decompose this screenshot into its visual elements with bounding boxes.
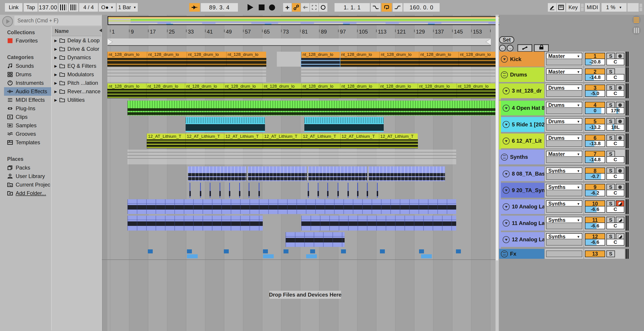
volume-field[interactable]: -14.8: [585, 74, 605, 81]
audio-clip[interactable]: nt_128_drum_lo: [456, 84, 496, 98]
volume-field[interactable]: -14.8: [585, 156, 605, 163]
folder-row[interactable]: ▶Utilities: [52, 96, 101, 104]
track-fold-icon[interactable]: [503, 105, 510, 112]
group-fold-icon[interactable]: [501, 71, 508, 78]
pan-field[interactable]: C: [606, 140, 624, 147]
follow-button[interactable]: [189, 3, 200, 12]
fx-take-clip[interactable]: [263, 254, 274, 258]
group-summary-clip[interactable]: [107, 67, 266, 82]
audio-clip[interactable]: nt_128_drum_lo: [187, 52, 226, 67]
track-lane-4[interactable]: [107, 101, 495, 116]
track-name-cell[interactable]: 6 12_AT_Lit: [501, 134, 544, 148]
expand-arrow-icon[interactable]: ▶: [54, 98, 57, 102]
loop-start-field[interactable]: 1. 1. 1: [334, 3, 370, 12]
pan-field[interactable]: 17R: [606, 107, 624, 114]
input-routing-box[interactable]: [546, 173, 582, 180]
volume-field[interactable]: 0: [585, 107, 605, 114]
input-routing-box[interactable]: [546, 239, 582, 246]
punch-out-button[interactable]: [393, 3, 402, 12]
expand-arrow-icon[interactable]: ▶: [54, 64, 57, 68]
pan-field[interactable]: C: [606, 58, 624, 65]
volume-field[interactable]: -20.8: [585, 58, 605, 65]
midi-clip[interactable]: [188, 166, 246, 181]
group-fold-icon[interactable]: [501, 250, 508, 258]
fx-clip[interactable]: [148, 249, 153, 254]
folder-row[interactable]: ▶Pitch ...lation: [52, 79, 101, 87]
time-signature-field[interactable]: 4 / 4: [79, 3, 98, 12]
volume-field[interactable]: -13.2: [585, 124, 605, 130]
fx-take-clip[interactable]: [306, 254, 317, 258]
track-fold-icon[interactable]: [503, 138, 510, 144]
next-locator-button[interactable]: →: [507, 45, 514, 52]
track-name-cell[interactable]: Drums: [499, 67, 544, 82]
preview-button[interactable]: [2, 16, 13, 27]
sidebar-item-plug-ins[interactable]: Plug-Ins: [4, 104, 52, 113]
folder-row[interactable]: ▶Modulators: [52, 70, 101, 79]
audio-clip[interactable]: 12_AT_Lithium_T: [340, 134, 379, 148]
audio-clip[interactable]: nt_128_drum_lo: [302, 84, 340, 98]
sidebar-item-templates[interactable]: Templates: [4, 138, 52, 147]
sidebar-item-sounds[interactable]: Sounds: [4, 62, 52, 70]
pan-field[interactable]: C: [606, 222, 624, 229]
track-lane-7[interactable]: [107, 150, 495, 164]
folder-row[interactable]: ▶Rever...nance: [52, 87, 101, 96]
sidebar-item-instruments[interactable]: Instruments: [4, 79, 52, 87]
input-routing-box[interactable]: [546, 90, 582, 97]
beat-time-ruler[interactable]: 1917253341495765738189971051131211291371…: [107, 29, 495, 38]
tap-tempo-button[interactable]: Tap: [24, 3, 38, 12]
stop-button[interactable]: [256, 3, 267, 12]
quantize-menu[interactable]: 1 Bar▼: [117, 3, 138, 12]
track-name-cell[interactable]: 10 Analog La: [501, 199, 544, 214]
punch-in-button[interactable]: [371, 3, 380, 12]
sidebar-item-midi-effects[interactable]: MIDI Effects: [4, 96, 52, 104]
audio-clip[interactable]: [128, 101, 495, 116]
loop-switch[interactable]: [382, 3, 392, 12]
audio-clip[interactable]: [304, 117, 384, 132]
volume-field[interactable]: -0.7: [585, 173, 605, 180]
audio-clip[interactable]: nt_128_drum_lo: [379, 84, 418, 98]
track-name-cell[interactable]: Synths: [499, 150, 544, 164]
folder-row[interactable]: ▶Dynamics: [52, 53, 101, 62]
lock-envelopes-button[interactable]: [534, 44, 549, 52]
volume-field[interactable]: -6.6: [585, 239, 605, 246]
track-lane-6[interactable]: 12_AT_Lithium_T 12_AT_Lithium_T 12_AT_Li…: [107, 134, 495, 148]
expand-arrow-icon[interactable]: ▶: [54, 90, 57, 94]
fx-clip[interactable]: [419, 249, 424, 254]
track-name-cell[interactable]: 5 Ride 1 [202: [501, 117, 544, 132]
audio-clip[interactable]: nt_128_drum_lo: [224, 84, 263, 98]
capture-selection-button[interactable]: [310, 3, 318, 12]
audio-clip[interactable]: [186, 117, 265, 132]
fx-take-clip[interactable]: [187, 254, 198, 258]
input-routing-box[interactable]: [546, 156, 582, 163]
cpu-meter[interactable]: 1 %▼: [602, 3, 626, 12]
track-lane-12[interactable]: [107, 232, 495, 247]
audio-clip[interactable]: nt_128_drum_lo: [226, 52, 266, 67]
track-lane-9[interactable]: [107, 183, 495, 198]
reenable-automation-button[interactable]: [301, 3, 310, 12]
midi-clip[interactable]: [128, 216, 263, 230]
metronome-button[interactable]: O●▼: [99, 3, 116, 12]
search-input[interactable]: Search (Cmd + F): [14, 16, 102, 26]
track-lane-1[interactable]: nt_128_drum_lo nt_128_drum_lo nt_128_dru…: [107, 52, 495, 67]
input-routing-box[interactable]: [546, 107, 582, 114]
fx-clip[interactable]: [224, 249, 229, 254]
pan-field[interactable]: C: [606, 190, 624, 196]
volume-field[interactable]: -6.6: [585, 206, 605, 213]
track-fold-icon[interactable]: [503, 220, 510, 226]
group-summary-clip[interactable]: [301, 67, 495, 82]
expand-arrow-icon[interactable]: ▶: [54, 72, 57, 77]
mixer-sections-button[interactable]: [632, 16, 641, 24]
name-column-header[interactable]: Name: [52, 26, 101, 36]
fx-clip[interactable]: [341, 249, 346, 254]
group-fold-icon[interactable]: [501, 154, 508, 160]
midi-overdub-button[interactable]: +: [283, 3, 292, 12]
track-name-cell[interactable]: 9 20_TA_Syn: [501, 183, 544, 198]
nudge-up-button[interactable]: [69, 3, 78, 12]
track-fold-icon[interactable]: [503, 121, 510, 128]
track-name-cell[interactable]: 11 Analog La: [501, 216, 544, 230]
audio-clip[interactable]: nt_128_drum_lo: [380, 52, 419, 67]
track-name-cell[interactable]: Kick: [499, 52, 544, 67]
fx-take-clip[interactable]: [421, 254, 432, 258]
input-routing-box[interactable]: [546, 74, 582, 81]
track-lane-5[interactable]: [107, 117, 495, 132]
